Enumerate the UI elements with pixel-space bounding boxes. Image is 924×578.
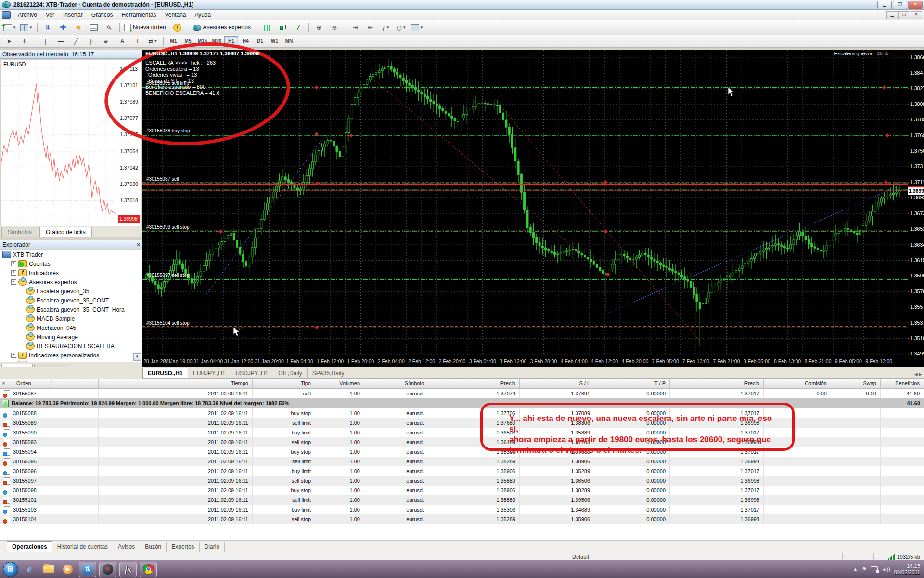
column-header-beneficios[interactable]: Beneficios (881, 379, 924, 388)
child-restore-button[interactable]: ❐ (898, 11, 910, 19)
table-row[interactable]: 301550902011.02.09 16:11buy limit1.00eur… (0, 428, 924, 437)
table-row[interactable]: 301551012011.02.09 16:11sell limit1.00eu… (0, 495, 924, 505)
table-row[interactable]: 301550872011.02.09 16:11sell1.00eurusd.1… (0, 389, 924, 398)
table-row[interactable]: 301550962011.02.09 16:11buy limit1.00eur… (0, 466, 924, 476)
market-watch-button[interactable]: ⇅ (40, 22, 55, 34)
channel-tool[interactable]: ∥E (84, 35, 99, 47)
fibonacci-tool[interactable]: ≡F (100, 35, 114, 47)
bar-chart-button[interactable] (260, 22, 275, 34)
media-player-icon[interactable]: ▶ (60, 562, 76, 577)
minimize-button[interactable]: ▁ (877, 1, 892, 9)
strategy-tester-button[interactable]: 🔍︎ (102, 22, 116, 34)
column-header-s-l[interactable]: S / L (520, 379, 594, 388)
table-row[interactable]: 301550982011.02.09 16:11buy stop1.00euru… (0, 486, 924, 495)
nav-item-macd-sample[interactable]: MACD Sample (0, 314, 142, 323)
file-explorer-icon[interactable] (40, 562, 57, 577)
timeframe-w1[interactable]: W1 (268, 36, 282, 47)
network-icon[interactable] (871, 566, 878, 572)
column-header-tiempo[interactable]: Tiempo (99, 379, 253, 388)
tree-expander-icon[interactable]: - (11, 279, 16, 285)
line-chart-button[interactable] (291, 22, 306, 34)
menu-ver[interactable]: Ver (41, 10, 59, 20)
terminal-tab-avisos[interactable]: Avisos (113, 542, 140, 552)
nav-item-escalera-guevon-35-cont[interactable]: Escalera guevon_35_CONT (0, 296, 142, 305)
timeframe-d1[interactable]: D1 (253, 36, 267, 47)
tree-expander-icon[interactable]: + (11, 270, 16, 276)
table-row[interactable]: 301551042011.02.09 16:11sell stop1.00eur… (0, 514, 924, 524)
tab-simbolos[interactable]: Símbolos (1, 227, 38, 237)
table-row[interactable]: 301550952011.02.09 16:11sell limit1.00eu… (0, 457, 924, 466)
close-button[interactable]: ✕ (908, 1, 923, 9)
new-order-button[interactable]: Nueva orden (123, 22, 169, 34)
candlestick-button[interactable] (276, 22, 290, 34)
hline-tool[interactable]: — (53, 35, 68, 47)
label-tool[interactable]: T (130, 35, 145, 47)
data-window-button[interactable]: ✛ (56, 22, 70, 34)
column-header-tipo[interactable]: Tipo (253, 379, 315, 388)
timeframe-mn[interactable]: MN (282, 36, 296, 47)
menu-archivo[interactable]: Archivo (13, 10, 41, 20)
timeframe-h4[interactable]: H4 (239, 36, 253, 47)
terminal-tab-operaciones[interactable]: Operaciones (7, 541, 52, 552)
nav-item-restauracion-escalera[interactable]: RESTAURACION ESCALERA (0, 342, 142, 351)
taskbar-clock[interactable]: 16:15 09/02/2011 (894, 563, 922, 576)
nav-item-cuentas[interactable]: +Cuentas (0, 259, 142, 268)
menu-herramientas[interactable]: Herramientas (117, 10, 160, 20)
expert-advisors-button[interactable]: Asesores expertos (191, 22, 254, 34)
indicators-button[interactable]: ƒ▼ (379, 22, 393, 34)
terminal-close-icon[interactable]: × (2, 380, 5, 387)
auto-scroll-button[interactable]: ⇥ (348, 22, 362, 34)
timeframe-m1[interactable]: M1 (167, 36, 180, 47)
column-header-volumen[interactable]: Volumen (315, 379, 364, 388)
menu-ayuda[interactable]: Ayuda (190, 10, 215, 20)
fx-app-icon[interactable]: fx (119, 562, 137, 577)
nav-item-indicadores[interactable]: +fIndicadores (0, 268, 142, 277)
column-header-t-p[interactable]: T / P (594, 379, 670, 388)
terminal-tab-diario[interactable]: Diario (200, 542, 225, 552)
navigator-close-icon[interactable]: × (137, 241, 140, 248)
nav-item-escalera-guevon-35[interactable]: Escalera guevon_35 (0, 287, 142, 296)
nav-item-moving-average[interactable]: Moving Average (0, 332, 142, 342)
chart-tab-usdjpy-h1[interactable]: USDJPY.,H1 (231, 368, 274, 378)
column-header-comisi-n[interactable]: Comisión (764, 379, 831, 388)
terminal-button[interactable] (87, 22, 101, 34)
terminal-tab-expertos[interactable]: Expertos (167, 542, 199, 552)
chart-tab-spa35-daily[interactable]: SPA35,Daily (308, 368, 349, 378)
column-header-swap[interactable]: Swap (831, 379, 881, 388)
alert-button[interactable]: ! (170, 22, 185, 34)
templates-button[interactable]: ▼ (410, 22, 425, 34)
nav-item-indicadores-personalizados[interactable]: +fIndicadores personalizados (0, 351, 142, 360)
periods-button[interactable]: ◷▼ (394, 22, 409, 34)
arrows-tool[interactable]: ⇄▼ (146, 35, 160, 47)
nav-item-escalera-guevon-35-cont-hora[interactable]: Escalera guevon_35_CONT_Hora (0, 305, 142, 314)
vline-tool[interactable]: | (38, 35, 52, 47)
status-profile[interactable]: Default (568, 553, 710, 560)
chart-tab-oil-daily[interactable]: OIL,Daily (273, 368, 307, 378)
tree-expander-icon[interactable]: + (11, 353, 16, 358)
tab-grafico-de-ticks[interactable]: Gráfico de ticks (39, 227, 92, 237)
chart-tab-eurjpy-h1[interactable]: EURJPY.,H1 (188, 368, 231, 378)
chart-shift-button[interactable]: ⇤ (363, 22, 378, 34)
xtb-app-icon[interactable]: ⇅ (79, 562, 96, 577)
menu-gráficos[interactable]: Gráficos (87, 10, 117, 20)
crosshair-tool[interactable]: ✛ (17, 35, 32, 47)
start-button[interactable]: ⊞ (3, 562, 18, 577)
column-header-orden[interactable]: Orden / (0, 379, 99, 388)
table-row[interactable]: 301550932011.02.09 16:11sell stop1.00eur… (0, 437, 924, 447)
tray-expand-icon[interactable]: ▲ (853, 566, 858, 572)
menu-insertar[interactable]: Insertar (59, 10, 87, 20)
child-close-button[interactable]: ✕ (911, 11, 922, 19)
table-row[interactable]: 301550882011.02.09 16:11buy stop1.00euru… (0, 408, 924, 418)
table-row[interactable]: 301551032011.02.09 16:11buy limit1.00eur… (0, 505, 924, 514)
terminal-tab-historial-de-cuentas[interactable]: Historial de cuentas (52, 542, 113, 552)
profiles-button[interactable]: ▼ (19, 22, 34, 34)
new-chart-button[interactable]: ▼ (2, 22, 18, 34)
column-header-s-mbolo[interactable]: Símbolo (364, 379, 428, 388)
child-minimize-button[interactable]: ▁ (886, 11, 898, 19)
internet-explorer-icon[interactable]: e (21, 562, 38, 577)
volume-icon[interactable]: ◄)) (882, 566, 890, 572)
table-row[interactable]: 301550972011.02.09 16:11sell stop1.00eur… (0, 476, 924, 486)
navigator-scroll-down[interactable]: ▼ (133, 353, 141, 361)
zoom-in-button[interactable]: ⊕ (312, 22, 326, 34)
zoom-out-button[interactable]: ⊖ (327, 22, 342, 34)
